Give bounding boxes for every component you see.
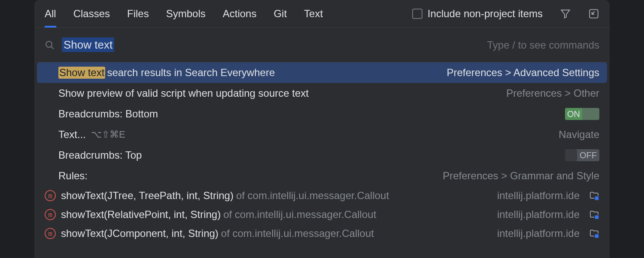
tab-bar: All Classes Files Symbols Actions Git Te… — [34, 0, 610, 28]
svg-point-1 — [46, 41, 52, 47]
method-signature: showText(JComponent, int, String) — [61, 227, 219, 240]
tab-text[interactable]: Text — [304, 8, 323, 28]
result-text: Text... — [58, 129, 86, 141]
open-in-tool-window-icon[interactable] — [588, 8, 599, 27]
filter-icon[interactable] — [560, 8, 571, 27]
svg-rect-3 — [595, 215, 599, 219]
result-text: Rules: — [58, 170, 88, 182]
method-icon: m — [45, 190, 56, 201]
results-list: Show text search results in Search Every… — [34, 62, 610, 258]
module-icon — [589, 228, 599, 239]
search-input[interactable]: Show text — [62, 38, 480, 52]
result-item[interactable]: Breadcrumbs: Bottom ON — [34, 104, 610, 124]
method-signature: showText(RelativePoint, int, String) — [61, 209, 221, 221]
result-item[interactable]: Breadcrumbs: Top OFF — [34, 145, 610, 166]
tab-symbols[interactable]: Symbols — [166, 8, 206, 28]
module-icon — [589, 190, 599, 201]
result-location: Preferences > Grammar and Style — [443, 170, 599, 182]
search-row: Show text Type / to see commands — [34, 28, 610, 62]
svg-rect-4 — [595, 234, 599, 238]
method-result[interactable]: m showText(JTree, TreePath, int, String)… — [34, 186, 610, 205]
method-result[interactable]: m showText(RelativePoint, int, String) o… — [34, 205, 610, 224]
result-location: Preferences > Other — [506, 87, 599, 99]
tab-all[interactable]: All — [45, 8, 56, 28]
method-signature: showText(JTree, TreePath, int, String) — [61, 190, 234, 202]
include-non-project-label: Include non-project items — [428, 8, 543, 20]
toggle-off[interactable]: OFF — [565, 149, 599, 161]
method-module: intellij.platform.ide — [497, 209, 580, 221]
result-item[interactable]: Rules: Preferences > Grammar and Style — [34, 166, 610, 186]
svg-rect-0 — [589, 9, 598, 18]
method-class: of com.intellij.ui.messager.Callout — [221, 227, 374, 240]
search-everywhere-popup: All Classes Files Symbols Actions Git Te… — [34, 0, 610, 258]
method-module: intellij.platform.ide — [497, 227, 580, 240]
method-class: of com.intellij.ui.messager.Callout — [223, 209, 376, 221]
tab-classes[interactable]: Classes — [73, 8, 110, 28]
toggle-on[interactable]: ON — [565, 108, 599, 120]
result-text: Breadcrumbs: Bottom — [58, 108, 158, 120]
keyboard-shortcut: ⌥⇧⌘E — [91, 129, 125, 140]
result-text: search results in Search Everywhere — [107, 67, 275, 79]
result-item[interactable]: Show text search results in Search Every… — [37, 62, 607, 83]
include-non-project-checkbox[interactable] — [412, 9, 422, 19]
method-icon: m — [45, 228, 56, 239]
tab-actions[interactable]: Actions — [223, 8, 257, 28]
tab-files[interactable]: Files — [127, 8, 149, 28]
include-non-project-wrap[interactable]: Include non-project items — [412, 8, 543, 28]
module-icon — [589, 209, 599, 220]
result-text: Breadcrumbs: Top — [58, 149, 142, 161]
result-highlight: Show text — [58, 67, 105, 79]
result-text: Show preview of valid script when updati… — [58, 87, 309, 99]
method-icon: m — [45, 209, 56, 220]
method-module: intellij.platform.ide — [497, 190, 580, 202]
svg-rect-2 — [595, 196, 599, 200]
result-item[interactable]: Text... ⌥⇧⌘E Navigate — [34, 124, 610, 145]
search-icon — [45, 40, 55, 50]
search-hint: Type / to see commands — [487, 39, 599, 51]
result-item[interactable]: Show preview of valid script when updati… — [34, 83, 610, 104]
tab-git[interactable]: Git — [273, 8, 287, 28]
result-location: Navigate — [559, 129, 599, 141]
result-location: Preferences > Advanced Settings — [447, 67, 599, 79]
method-result[interactable]: m showText(JComponent, int, String) of c… — [34, 224, 610, 243]
method-class: of com.intellij.ui.messager.Callout — [236, 190, 389, 202]
